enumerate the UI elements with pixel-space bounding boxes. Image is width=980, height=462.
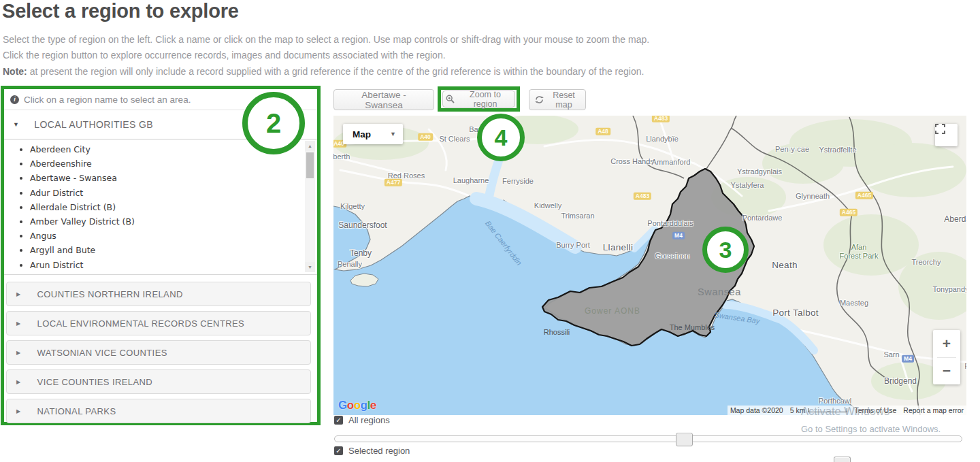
google-logo-letter: o xyxy=(347,399,354,412)
selected-region-label: Selected region xyxy=(348,446,410,456)
google-logo-letter: g xyxy=(361,399,368,412)
accordion-section-label: COUNTIES NORTHERN IRELAND xyxy=(37,289,183,299)
scrollbar-thumb[interactable] xyxy=(306,152,314,178)
all-regions-slider-handle[interactable] xyxy=(676,433,693,446)
map-canvas xyxy=(333,116,966,415)
all-regions-checkbox[interactable]: ✓ xyxy=(334,416,343,425)
map-scale-label: 5 km xyxy=(790,406,806,414)
accordion-section-local-authorities-gb[interactable]: ▼ LOCAL AUTHORITIES GB xyxy=(4,110,317,139)
accordion-section-collapsed[interactable]: ▶LOCAL ENVIRONMENTAL RECORDS CENTRES xyxy=(6,311,311,335)
region-type-panel: i Click on a region name to select an ar… xyxy=(1,86,321,425)
region-list-item[interactable]: Allerdale District (B) xyxy=(30,202,317,212)
accordion-section-collapsed[interactable]: ▶NATIONAL PARKS xyxy=(6,399,311,423)
page-description: Select the type of region on the left. C… xyxy=(3,32,649,63)
map-attribution: Map data ©2020 5 km Terms of Use Report … xyxy=(728,406,966,415)
report-map-error-link[interactable]: Report a map error xyxy=(903,406,964,414)
panel-info-bar: i Click on a region name to select an ar… xyxy=(4,89,317,110)
selected-region-slider-handle[interactable] xyxy=(834,457,851,462)
map-type-control[interactable]: Map ▼ xyxy=(343,124,403,144)
selected-region-checkbox[interactable]: ✓ xyxy=(334,446,343,455)
watermark-line2: Go to Settings to activate Windows. xyxy=(801,424,941,434)
reset-map-label: Reset map xyxy=(548,90,580,110)
zoom-in-icon xyxy=(446,95,455,103)
map-zoom-control: + − xyxy=(933,330,960,384)
terms-of-use-link[interactable]: Terms of Use xyxy=(854,406,896,414)
chevron-right-icon: ▶ xyxy=(16,350,21,356)
selected-region-button[interactable]: Abertawe - Swansea xyxy=(333,89,434,110)
map-zoom-in-button[interactable]: + xyxy=(933,330,960,357)
all-regions-label: All regions xyxy=(348,415,390,425)
accordion-section-collapsed[interactable]: ▶COUNTIES NORTHERN IRELAND xyxy=(6,282,311,306)
all-regions-opacity-slider[interactable] xyxy=(334,435,962,442)
map-zoom-out-button[interactable]: − xyxy=(933,358,960,385)
chevron-down-icon: ▼ xyxy=(13,121,19,128)
chevron-right-icon: ▶ xyxy=(16,291,21,297)
google-logo-letter: G xyxy=(338,399,347,412)
google-logo-letter: e xyxy=(370,399,376,412)
region-list-item[interactable]: Aberdeenshire xyxy=(30,159,317,169)
chevron-down-icon: ▼ xyxy=(390,131,396,137)
zoom-to-region-button[interactable]: Zoom to region xyxy=(442,90,515,108)
selected-region-row: ✓ Selected region xyxy=(334,446,410,456)
zoom-to-region-label: Zoom to region xyxy=(459,90,512,109)
scroll-up-icon[interactable]: ▲ xyxy=(305,141,315,151)
google-logo: Google xyxy=(338,399,376,412)
reset-map-button[interactable]: Reset map xyxy=(529,89,586,110)
region-list-item[interactable]: Adur District xyxy=(30,188,317,198)
chevron-right-icon: ▶ xyxy=(16,320,21,327)
accordion-section-collapsed[interactable]: ▶VICE COUNTIES IRELAND xyxy=(6,369,311,394)
accordion-section-label: LOCAL ENVIRONMENTAL RECORDS CENTRES xyxy=(37,318,245,329)
region-list-scrollbar[interactable]: ▲ ▼ xyxy=(305,141,315,272)
refresh-icon xyxy=(535,95,544,104)
region-list-item[interactable]: Aberdeen City xyxy=(30,144,317,154)
scroll-down-icon[interactable]: ▼ xyxy=(305,262,315,272)
google-map[interactable]: rberthSt ClearsBanRed RosesLaugharneFerr… xyxy=(333,116,966,415)
map-data-text: Map data ©2020 xyxy=(730,406,783,414)
note-label: Note: xyxy=(3,66,27,77)
all-regions-row: ✓ All regions xyxy=(334,415,390,425)
region-list-item[interactable]: Argyll and Bute xyxy=(30,245,317,255)
google-logo-letter: o xyxy=(354,399,361,412)
region-list: Aberdeen CityAberdeenshireAbertawe - Swa… xyxy=(4,144,317,275)
region-list-item[interactable]: Ashfield District xyxy=(30,274,317,275)
region-list-item[interactable]: Abertawe - Swansea xyxy=(30,173,317,183)
page-title: Select a region to explore xyxy=(2,0,239,22)
accordion-section-label: WATSONIAN VICE COUNTIES xyxy=(37,348,167,358)
description-line2: Click the region button to explore occur… xyxy=(3,48,649,63)
map-scale: 5 km xyxy=(790,406,848,414)
page-note: Note: at present the region will only in… xyxy=(3,66,644,77)
fullscreen-icon xyxy=(935,124,945,134)
description-line1: Select the type of region on the left. C… xyxy=(3,32,649,48)
region-list-item[interactable]: Angus xyxy=(30,231,317,241)
fullscreen-button[interactable] xyxy=(935,124,958,146)
info-icon: i xyxy=(10,95,19,104)
chevron-right-icon: ▶ xyxy=(16,408,21,414)
zoom-to-region-annotation-box: Zoom to region xyxy=(438,86,520,112)
map-scale-bar xyxy=(808,408,847,412)
region-list-item[interactable]: Arun District xyxy=(30,260,317,270)
accordion-section-label: VICE COUNTIES IRELAND xyxy=(37,377,152,387)
accordion-section-collapsed[interactable]: ▶WATSONIAN VICE COUNTIES xyxy=(6,340,311,365)
accordion-section-label: LOCAL AUTHORITIES GB xyxy=(34,119,153,130)
map-type-label: Map xyxy=(353,129,371,139)
region-list-item[interactable]: Amber Valley District (B) xyxy=(30,216,317,227)
chevron-right-icon: ▶ xyxy=(16,379,21,385)
panel-info-text: Click on a region name to select an area… xyxy=(24,95,191,105)
region-list-container: Aberdeen CityAberdeenshireAbertawe - Swa… xyxy=(4,139,317,275)
note-text: at present the region will only include … xyxy=(27,66,644,77)
accordion-section-label: NATIONAL PARKS xyxy=(37,406,116,416)
